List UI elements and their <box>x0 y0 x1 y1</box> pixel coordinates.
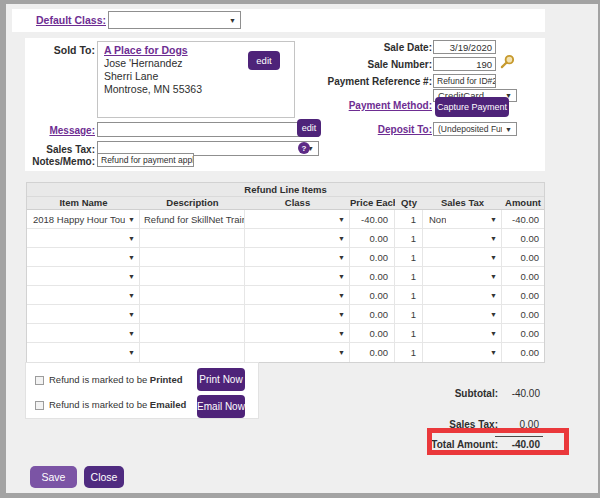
search-icon[interactable] <box>500 54 515 69</box>
description-input[interactable] <box>140 229 245 247</box>
line-sales-tax-select[interactable]: Non▼ <box>423 210 502 228</box>
line-sales-tax-select[interactable]: ▼ <box>423 305 502 323</box>
qty-input[interactable]: 1 <box>395 324 423 342</box>
item-name-select[interactable]: ▼ <box>27 305 140 323</box>
email-now-button[interactable]: Email Now <box>197 395 245 418</box>
line-sales-tax-select[interactable]: ▼ <box>423 286 502 304</box>
chevron-down-icon: ▼ <box>490 216 497 223</box>
table-row: ▼ ▼ 0.00 1 ▼ 0.00 <box>27 343 544 362</box>
description-input[interactable] <box>140 286 245 304</box>
class-select[interactable]: ▼ <box>245 324 350 342</box>
col-header-sales-tax: Sales Tax <box>423 197 502 209</box>
chevron-down-icon: ▼ <box>505 126 512 133</box>
refund-form-window: Default Class: ▼ Sold To: A Place for Do… <box>0 0 600 498</box>
qty-input[interactable]: 1 <box>395 229 423 247</box>
total-sum-line <box>495 436 543 437</box>
qty-input[interactable]: 1 <box>395 343 423 362</box>
price-each-input[interactable]: 0.00 <box>350 343 395 362</box>
amount-value: 0.00 <box>502 229 544 247</box>
capture-payment-button[interactable]: Capture Payment <box>435 97 509 117</box>
payment-reference-input[interactable]: Refund for ID#24 <box>433 74 496 88</box>
sale-date-input[interactable]: 3/19/2020 <box>433 40 496 54</box>
price-each-input[interactable]: 0.00 <box>350 229 395 247</box>
amount-value: 0.00 <box>502 324 544 342</box>
chevron-down-icon: ▼ <box>128 311 135 318</box>
price-each-input[interactable]: 0.00 <box>350 248 395 266</box>
qty-input[interactable]: 1 <box>395 248 423 266</box>
customer-name-link[interactable]: A Place for Dogs <box>104 44 188 56</box>
totals-sales-tax-value: 0.00 <box>450 419 539 430</box>
line-sales-tax-select[interactable]: ▼ <box>423 248 502 266</box>
help-icon[interactable]: ? <box>298 142 310 154</box>
amount-value: 0.00 <box>502 267 544 285</box>
price-each-input[interactable]: 0.00 <box>350 267 395 285</box>
table-row: ▼ ▼ 0.00 1 ▼ 0.00 <box>27 229 544 248</box>
edit-message-button[interactable]: edit <box>297 119 321 137</box>
line-sales-tax-select[interactable]: ▼ <box>423 267 502 285</box>
line-sales-tax-select[interactable]: ▼ <box>423 324 502 342</box>
qty-input[interactable]: 1 <box>395 210 423 228</box>
price-each-input[interactable]: -40.00 <box>350 210 395 228</box>
line-sales-tax-select[interactable]: ▼ <box>423 229 502 247</box>
message-select[interactable]: ▼ <box>97 122 319 137</box>
print-email-panel: Refund is marked to be Printed Print Now… <box>25 362 259 419</box>
price-each-input[interactable]: 0.00 <box>350 324 395 342</box>
description-input[interactable] <box>140 267 245 285</box>
close-button[interactable]: Close <box>84 466 124 488</box>
save-button[interactable]: Save <box>30 466 77 488</box>
description-input[interactable] <box>140 305 245 323</box>
item-name-select[interactable]: ▼ <box>27 229 140 247</box>
class-select[interactable]: ▼ <box>245 248 350 266</box>
chevron-down-icon: ▼ <box>128 273 135 280</box>
description-input[interactable] <box>140 343 245 362</box>
qty-input[interactable]: 1 <box>395 286 423 304</box>
class-select[interactable]: ▼ <box>245 343 350 362</box>
notes-memo-input[interactable]: Refund for payment applie <box>97 153 194 167</box>
description-input[interactable] <box>140 248 245 266</box>
chevron-down-icon: ▼ <box>490 311 497 318</box>
amount-value: -40.00 <box>502 210 544 228</box>
print-now-button[interactable]: Print Now <box>197 368 245 391</box>
item-name-select[interactable]: ▼ <box>27 248 140 266</box>
line-sales-tax-select[interactable]: ▼ <box>423 343 502 362</box>
default-class-select[interactable]: ▼ <box>108 11 241 29</box>
message-link[interactable]: Message: <box>25 125 95 136</box>
class-select[interactable]: ▼ <box>245 210 350 228</box>
deposit-to-select[interactable]: (Undeposited Fur ▼ <box>433 122 517 136</box>
sale-number-input[interactable]: 190 <box>433 57 496 71</box>
sold-to-label: Sold To: <box>41 44 95 56</box>
table-row: ▼ ▼ 0.00 1 ▼ 0.00 <box>27 267 544 286</box>
chevron-down-icon: ▼ <box>490 273 497 280</box>
payment-method-link[interactable]: Payment Method: <box>205 100 432 111</box>
class-select[interactable]: ▼ <box>245 229 350 247</box>
amount-value: 0.00 <box>502 343 544 362</box>
default-class-link[interactable]: Default Class: <box>26 14 106 26</box>
class-select[interactable]: ▼ <box>245 267 350 285</box>
class-select[interactable]: ▼ <box>245 305 350 323</box>
col-header-item-name: Item Name <box>27 197 140 209</box>
emailed-checkbox-label: Refund is marked to be Emailed <box>49 399 186 410</box>
class-select[interactable]: ▼ <box>245 286 350 304</box>
price-each-input[interactable]: 0.00 <box>350 286 395 304</box>
emailed-checkbox[interactable] <box>35 401 44 410</box>
chevron-down-icon: ▼ <box>338 216 345 223</box>
printed-checkbox[interactable] <box>35 376 44 385</box>
item-name-select[interactable]: ▼ <box>27 324 140 342</box>
chevron-down-icon: ▼ <box>490 254 497 261</box>
table-title: Refund Line Items <box>27 183 544 197</box>
chevron-down-icon: ▼ <box>338 349 345 356</box>
qty-input[interactable]: 1 <box>395 305 423 323</box>
sales-tax-label: Sales Tax: <box>25 144 95 155</box>
chevron-down-icon: ▼ <box>490 235 497 242</box>
col-header-amount: Amount <box>502 197 544 209</box>
item-name-select[interactable]: 2018 Happy Hour Tour▼ <box>27 210 140 228</box>
item-name-select[interactable]: ▼ <box>27 267 140 285</box>
table-row: 2018 Happy Hour Tour▼ Refund for SkillNe… <box>27 210 544 229</box>
default-class-bar: Default Class: ▼ <box>12 9 545 32</box>
item-name-select[interactable]: ▼ <box>27 286 140 304</box>
qty-input[interactable]: 1 <box>395 267 423 285</box>
price-each-input[interactable]: 0.00 <box>350 305 395 323</box>
description-input[interactable]: Refund for SkillNet Training Ev <box>140 210 245 228</box>
item-name-select[interactable]: ▼ <box>27 343 140 362</box>
description-input[interactable] <box>140 324 245 342</box>
